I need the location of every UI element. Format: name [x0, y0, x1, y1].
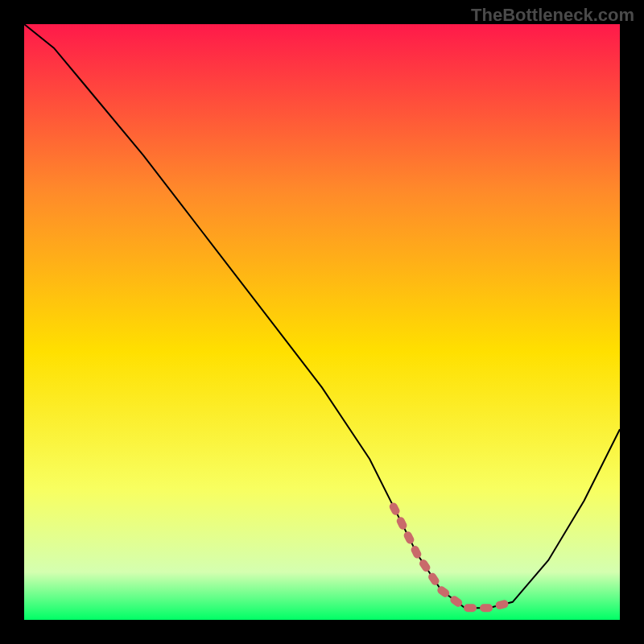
chart-container: TheBottleneck.com [0, 0, 644, 644]
plot-area [24, 24, 620, 620]
watermark-text: TheBottleneck.com [471, 5, 634, 26]
chart-svg [24, 24, 620, 620]
gradient-background [24, 24, 620, 620]
